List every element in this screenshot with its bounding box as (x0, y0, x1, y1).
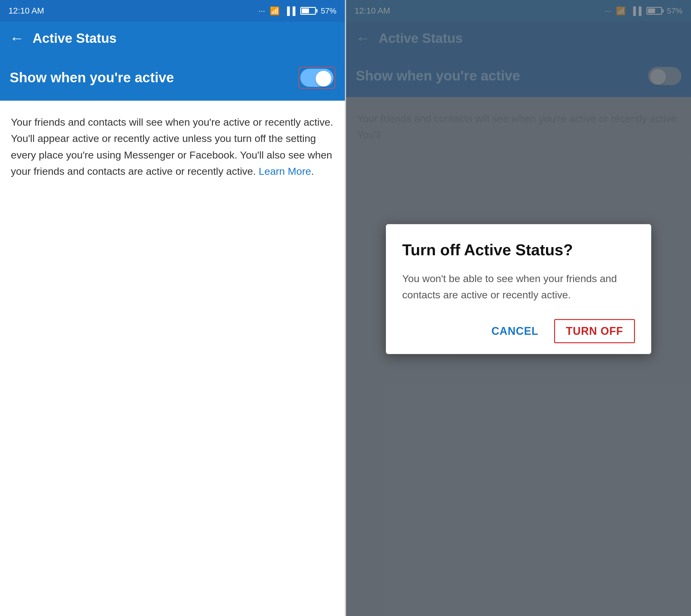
left-toggle-highlight (299, 67, 335, 89)
left-phone-panel: 12:10 AM ··· 📶 ▐▐ 57% ← Active Status Sh… (0, 0, 345, 616)
left-toggle-knob (316, 71, 331, 87)
turn-off-dialog: Turn off Active Status? You won't be abl… (386, 224, 651, 354)
right-phone-panel: 12:10 AM ··· 📶 ▐▐ 57% ← Active Status Sh… (346, 0, 691, 616)
dialog-body: You won't be able to see when your frien… (402, 270, 635, 303)
left-status-bar: 12:10 AM ··· 📶 ▐▐ 57% (0, 0, 345, 22)
left-description-text: Your friends and contacts will see when … (11, 114, 334, 180)
left-nav-bar: ← Active Status (0, 22, 345, 55)
left-status-icons: ··· 📶 ▐▐ 57% (258, 6, 337, 16)
dialog-buttons: CANCEL TURN OFF (402, 319, 635, 343)
battery-pct: 57% (321, 6, 337, 16)
learn-more-link[interactable]: Learn More (259, 166, 311, 177)
left-nav-title: Active Status (33, 31, 117, 46)
dots-icon: ··· (258, 6, 265, 16)
left-active-status-toggle[interactable] (300, 69, 333, 87)
left-back-arrow-icon[interactable]: ← (9, 31, 24, 45)
left-description-section: Your friends and contacts will see when … (0, 101, 345, 616)
left-toggle-section: Show when you're active (0, 55, 345, 101)
cancel-button[interactable]: CANCEL (483, 320, 547, 343)
turn-off-button[interactable]: TURN OFF (554, 319, 635, 343)
left-time: 12:10 AM (8, 6, 44, 16)
left-toggle-label: Show when you're active (9, 69, 174, 87)
wifi-icon: 📶 (270, 6, 279, 16)
battery-icon (300, 7, 316, 15)
signal-icon: ▐▐ (284, 6, 296, 16)
dialog-title: Turn off Active Status? (402, 241, 635, 259)
